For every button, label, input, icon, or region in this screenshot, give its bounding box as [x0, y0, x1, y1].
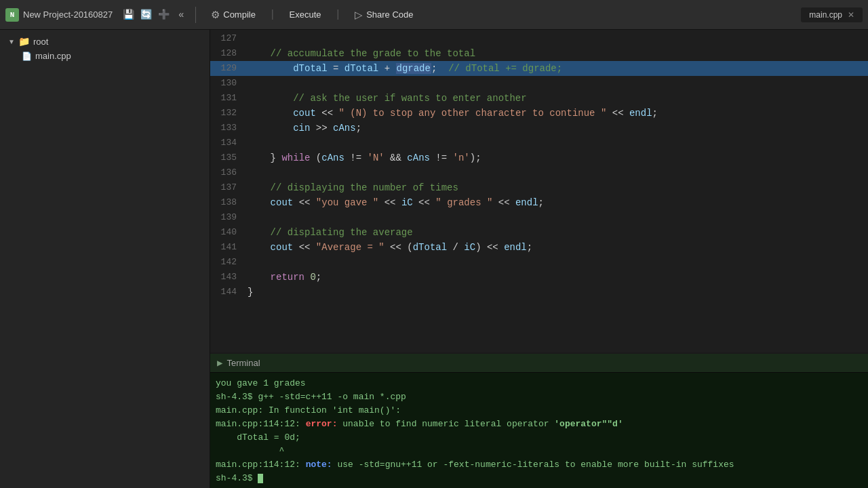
- toolbar: N New Project-20160827 💾 🔄 ➕ « ⚙ Compile…: [0, 0, 868, 30]
- code-line-138: 138 cout << "you gave " << iC << " grade…: [210, 195, 868, 210]
- code-line-137: 137 // displaying the number of times: [210, 180, 868, 195]
- main-content: ▼ 📁 root 📄 main.cpp 127 128: [0, 30, 868, 488]
- terminal-body[interactable]: you gave 1 grades sh-4.3$ g++ -std=c++11…: [210, 373, 868, 488]
- editor-area: 127 128 // accumulate the grade to the t…: [210, 30, 868, 488]
- tree-file-item[interactable]: 📄 main.cpp: [0, 49, 210, 63]
- code-editor[interactable]: 127 128 // accumulate the grade to the t…: [210, 30, 868, 352]
- code-line-136: 136: [210, 165, 868, 180]
- term-line-2: sh-4.3$ g++ -std=c++11 -o main *.cpp: [216, 390, 863, 404]
- share-code-button[interactable]: ▷ Share Code: [347, 6, 421, 24]
- file-label: main.cpp: [35, 51, 71, 61]
- project-icon: N: [5, 8, 19, 22]
- terminal: ▶ Terminal you gave 1 grades sh-4.3$ g++…: [210, 352, 868, 488]
- terminal-header: ▶ Terminal: [210, 354, 868, 373]
- term-line-8: sh-4.3$: [216, 472, 863, 485]
- project-name: New Project-20160827: [23, 9, 113, 20]
- active-tab[interactable]: main.cpp ✕: [801, 7, 863, 22]
- terminal-icon: ▶: [217, 357, 222, 369]
- tree-arrow: ▼: [8, 38, 15, 45]
- sidebar: ▼ 📁 root 📄 main.cpp: [0, 30, 210, 488]
- separator-1: [195, 7, 196, 23]
- code-lines: 127 128 // accumulate the grade to the t…: [210, 30, 868, 352]
- share-icon: ▷: [355, 9, 363, 21]
- code-line-129: 129 dTotal = dTotal + dgrade; // dTotal …: [210, 61, 868, 76]
- separator-2: |: [269, 9, 276, 21]
- tab-close-icon[interactable]: ✕: [848, 10, 854, 20]
- code-line-139: 139: [210, 210, 868, 225]
- file-tree: ▼ 📁 root 📄 main.cpp: [0, 30, 210, 67]
- code-line-142: 142: [210, 255, 868, 270]
- terminal-title: Terminal: [226, 358, 260, 368]
- code-line-128: 128 // accumulate the grade to the total: [210, 46, 868, 61]
- code-line-130: 130: [210, 76, 868, 91]
- term-line-6: ^: [216, 445, 863, 458]
- code-line-127: 127: [210, 31, 868, 46]
- code-line-133: 133 cin >> cAns;: [210, 121, 868, 136]
- code-line-144: 144 }: [210, 285, 868, 300]
- tab-filename: main.cpp: [809, 10, 842, 20]
- collapse-icon[interactable]: «: [174, 7, 189, 22]
- code-line-134: 134: [210, 136, 868, 150]
- code-line-143: 143 return 0;: [210, 270, 868, 285]
- term-line-4: main.cpp:114:12: error: unable to find n…: [216, 418, 863, 431]
- file-icon: 📄: [22, 52, 32, 61]
- sync-icon[interactable]: 🔄: [138, 7, 153, 22]
- terminal-cursor: [258, 474, 263, 483]
- code-line-140: 140 // displating the average: [210, 225, 868, 240]
- save-icon[interactable]: 💾: [121, 7, 136, 22]
- term-line-3: main.cpp: In function 'int main()':: [216, 404, 863, 418]
- code-line-132: 132 cout << " (N) to stop any other char…: [210, 106, 868, 121]
- add-icon[interactable]: ➕: [156, 7, 171, 22]
- code-line-135: 135 } while (cAns != 'N' && cAns != 'n')…: [210, 150, 868, 165]
- code-line-141: 141 cout << "Average = " << (dTotal / iC…: [210, 240, 868, 255]
- root-label: root: [33, 37, 48, 47]
- tree-root-item[interactable]: ▼ 📁 root: [0, 34, 210, 49]
- separator-3: |: [335, 9, 342, 21]
- folder-icon: 📁: [18, 36, 30, 47]
- term-line-1: you gave 1 grades: [216, 377, 863, 390]
- compile-icon: ⚙: [211, 9, 220, 21]
- term-line-7: main.cpp:114:12: note: use -std=gnu++11 …: [216, 458, 863, 472]
- term-line-5: dTotal = 0d;: [216, 431, 863, 445]
- code-line-131: 131 // ask the user if wants to enter an…: [210, 91, 868, 106]
- compile-button[interactable]: ⚙ Compile: [203, 6, 264, 24]
- execute-button[interactable]: Execute: [281, 7, 330, 22]
